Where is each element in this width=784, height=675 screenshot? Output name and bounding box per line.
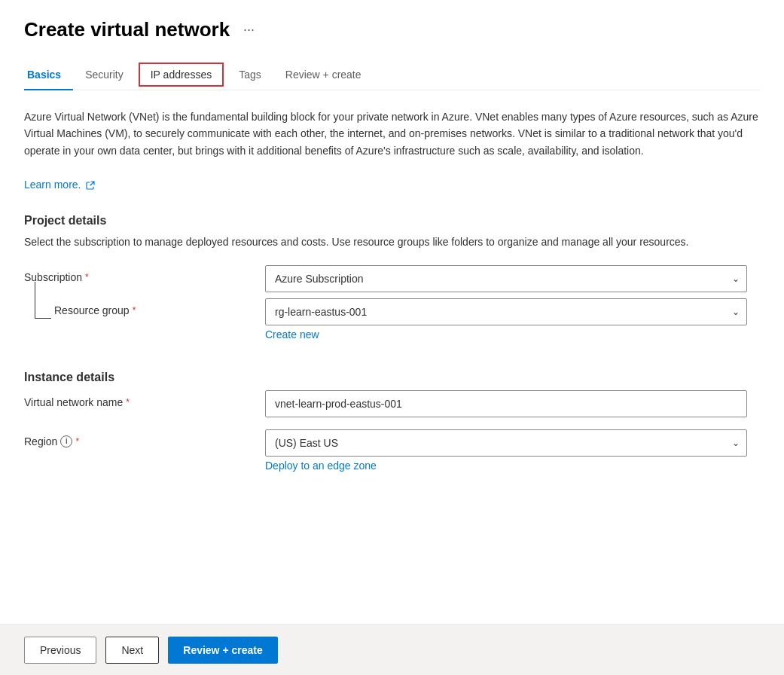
resource-group-control: rg-learn-eastus-001 ⌄ Create new [265,298,747,341]
vnet-name-label: Virtual network name * [24,390,265,408]
vnet-name-control [265,390,747,417]
tab-tags[interactable]: Tags [227,60,273,90]
region-select[interactable]: (US) East US [265,429,747,457]
next-button[interactable]: Next [105,637,159,664]
subscription-label: Subscription * [24,265,265,283]
tab-security[interactable]: Security [73,60,136,90]
project-details-desc: Select the subscription to manage deploy… [24,234,760,250]
instance-details-title: Instance details [24,371,760,384]
vnet-name-row: Virtual network name * [24,390,760,417]
page-title: Create virtual network [24,18,230,41]
project-details-section: Project details Select the subscription … [24,214,760,341]
resource-group-label: Resource group * [24,298,265,316]
create-new-link[interactable]: Create new [265,328,319,341]
subscription-control: Azure Subscription ⌄ [265,265,747,292]
project-details-title: Project details [24,214,760,228]
subscription-required: * [85,272,89,283]
vnet-name-input[interactable] [265,390,747,417]
description-block: Azure Virtual Network (VNet) is the fund… [24,108,760,193]
deploy-edge-zone-link[interactable]: Deploy to an edge zone [265,460,377,472]
footer-bar: Previous Next Review + create [0,624,784,675]
region-row: Region i * (US) East US ⌄ Deploy to an e… [24,429,760,472]
subscription-select[interactable]: Azure Subscription [265,265,747,292]
tab-ip-addresses[interactable]: IP addresses [139,63,224,87]
learn-more-link[interactable]: Learn more. [24,179,95,191]
review-create-button[interactable]: Review + create [168,637,277,664]
description-text: Azure Virtual Network (VNet) is the fund… [24,108,760,159]
vnet-name-required: * [126,397,130,408]
subscription-row: Subscription * Azure Subscription ⌄ [24,265,760,292]
region-control: (US) East US ⌄ Deploy to an edge zone [265,429,747,472]
region-required: * [75,436,79,447]
ellipsis-menu-button[interactable]: ··· [239,20,259,39]
resource-group-required: * [133,305,136,316]
region-info-icon: i [60,435,72,447]
resource-group-select[interactable]: rg-learn-eastus-001 [265,298,747,325]
tab-basics[interactable]: Basics [24,60,73,90]
resource-group-row: Resource group * rg-learn-eastus-001 ⌄ C… [24,298,760,341]
previous-button[interactable]: Previous [24,637,96,664]
tab-review-create[interactable]: Review + create [273,60,374,90]
instance-details-section: Instance details Virtual network name * … [24,371,760,472]
tab-bar: Basics Security IP addresses Tags Review… [24,60,760,90]
external-link-icon [86,181,95,190]
region-label: Region i * [24,429,265,447]
